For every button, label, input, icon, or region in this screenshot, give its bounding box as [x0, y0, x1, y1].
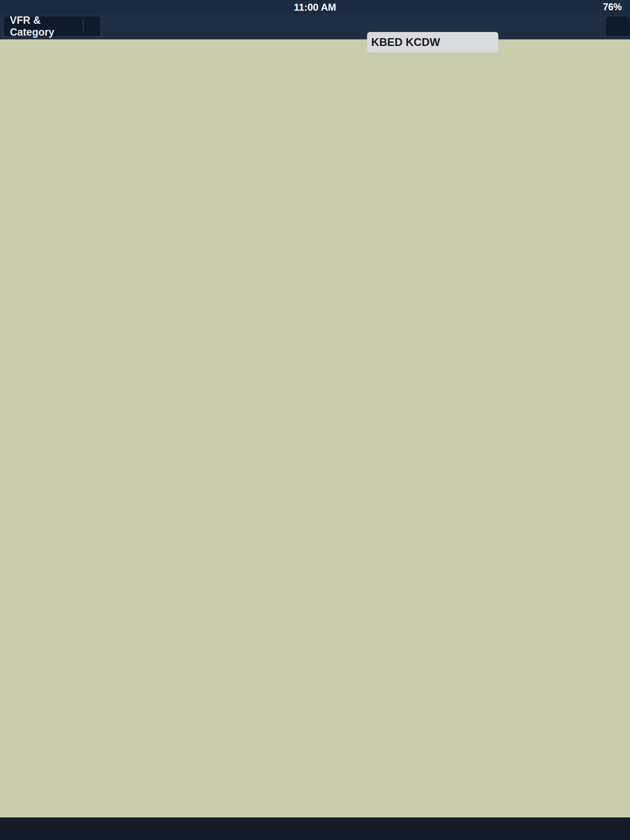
map-canvas[interactable]: [0, 0, 630, 840]
map-toolbar: VFR & Category: [0, 15, 630, 39]
search-input[interactable]: [370, 36, 495, 49]
tab-bar: [0, 817, 630, 840]
layer-selector-button[interactable]: VFR & Category: [4, 16, 100, 36]
status-bar: 11:00 AM 76%: [0, 0, 630, 15]
divider: [83, 19, 84, 33]
search-field[interactable]: [367, 32, 498, 52]
foreflight-app: 11:00 AM 76% VFR & Category: [0, 0, 630, 840]
locate-button[interactable]: [606, 16, 630, 36]
status-time: 11:00 AM: [0, 2, 630, 13]
layer-selector-label: VFR & Category: [4, 14, 83, 38]
battery-percent: 76%: [603, 2, 622, 13]
